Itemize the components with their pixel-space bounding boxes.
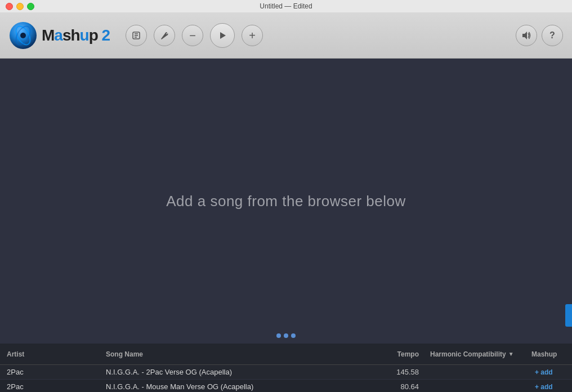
plus-icon: +: [249, 30, 256, 41]
toolbar-right: ?: [516, 25, 563, 46]
song-list-header: Artist Song Name Tempo Harmonic Compatib…: [0, 344, 572, 365]
song-list: 2Pac N.I.G.G.A. - 2Pac Verse OG (Acapell…: [0, 365, 572, 392]
help-button[interactable]: ?: [542, 25, 563, 46]
minimize-button[interactable]: [16, 3, 24, 10]
dot-1: [276, 333, 281, 338]
row-song: N.I.G.G.A. - 2Pac Verse OG (Acapella): [101, 368, 381, 376]
svg-point-3: [20, 33, 26, 38]
row-artist: 2Pac: [0, 382, 101, 391]
table-row: 2Pac N.I.G.G.A. - 2Pac Verse OG (Acapell…: [0, 365, 572, 380]
sort-arrow-icon: ▼: [508, 351, 514, 357]
settings-button[interactable]: [154, 25, 175, 46]
maximize-button[interactable]: [27, 3, 34, 10]
add-to-mashup-button[interactable]: + add: [531, 382, 556, 392]
row-tempo: 145.58: [381, 368, 426, 376]
logo-area: Mashup 2: [9, 21, 110, 50]
harmonic-label: Harmonic Compatibility: [430, 350, 506, 358]
header-mashup: Mashup: [527, 350, 572, 358]
row-tempo: 80.64: [381, 382, 426, 391]
minus-button[interactable]: −: [182, 25, 203, 46]
row-song: N.I.G.G.A. - Mouse Man Verse OG (Acapell…: [101, 382, 381, 391]
row-mashup: + add: [527, 382, 572, 391]
app-logo: [9, 21, 37, 50]
add-button[interactable]: +: [242, 25, 263, 46]
play-button[interactable]: [210, 23, 235, 48]
close-button[interactable]: [6, 3, 13, 10]
help-icon: ?: [549, 31, 555, 40]
main-area: Add a song from the browser below: [0, 59, 572, 344]
titlebar: Untitled — Edited: [0, 0, 572, 12]
toolbar: Mashup 2 − +: [0, 12, 572, 59]
edit-button[interactable]: [126, 25, 147, 46]
row-mashup: + add: [527, 368, 572, 376]
dot-3: [291, 333, 296, 338]
play-icon: [218, 31, 227, 40]
wrench-icon: [159, 30, 169, 41]
volume-icon: [521, 30, 531, 41]
svg-marker-8: [220, 32, 226, 39]
header-artist: Artist: [0, 350, 101, 358]
header-harmonic[interactable]: Harmonic Compatibility ▼: [426, 350, 527, 358]
edit-icon: [131, 30, 141, 41]
logo-text: Mashup 2: [42, 26, 110, 44]
titlebar-buttons: [6, 3, 34, 10]
header-tempo: Tempo: [381, 350, 426, 358]
volume-button[interactable]: [516, 25, 537, 46]
placeholder-text: Add a song from the browser below: [166, 193, 406, 210]
add-to-mashup-button[interactable]: + add: [531, 367, 556, 377]
minus-icon: −: [189, 30, 196, 41]
header-song: Song Name: [101, 350, 381, 358]
svg-marker-9: [522, 32, 527, 39]
row-artist: 2Pac: [0, 368, 101, 376]
table-row: 2Pac N.I.G.G.A. - Mouse Man Verse OG (Ac…: [0, 380, 572, 392]
scroll-indicator: [565, 304, 572, 327]
dot-2: [284, 333, 288, 338]
window-title: Untitled — Edited: [260, 2, 312, 10]
scroll-dots: [276, 333, 296, 338]
